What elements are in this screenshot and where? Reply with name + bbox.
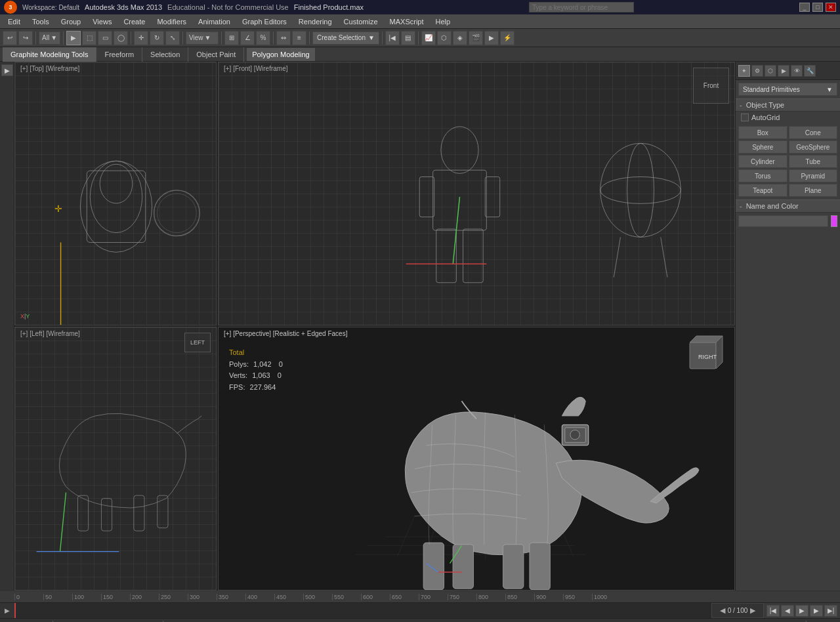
tick-400: 400 bbox=[245, 594, 274, 600]
right-panel: ✦ ⚙ ⬡ ▶ 👁 🔧 Standard Primitives ▼ - Obje… bbox=[735, 62, 840, 591]
teapot-button[interactable]: Teapot bbox=[738, 184, 788, 197]
modify-icon[interactable]: ⚙ bbox=[751, 65, 763, 77]
minimize-button[interactable]: _ bbox=[799, 3, 810, 12]
nav-cube-perspective[interactable]: RIGHT bbox=[686, 333, 729, 377]
align-tool[interactable]: ≡ bbox=[292, 31, 306, 45]
prev-frame-button[interactable]: ◀ bbox=[781, 605, 794, 617]
keyword-search-input[interactable] bbox=[529, 2, 634, 12]
sphere-button[interactable]: Sphere bbox=[738, 140, 788, 154]
display-icon[interactable]: 👁 bbox=[791, 65, 803, 77]
menu-bar: Edit Tools Group Views Create Modifiers … bbox=[0, 14, 840, 29]
cone-button[interactable]: Cone bbox=[789, 126, 838, 139]
rectangular-select[interactable]: ▭ bbox=[98, 31, 112, 45]
menu-graph-editors[interactable]: Graph Editors bbox=[237, 16, 292, 27]
material-editor[interactable]: ◈ bbox=[453, 31, 467, 45]
menu-rendering[interactable]: Rendering bbox=[293, 16, 337, 27]
dropdown-arrow-icon: ▼ bbox=[826, 86, 833, 93]
object-name-input[interactable] bbox=[738, 215, 828, 227]
lasso-select[interactable]: ◯ bbox=[114, 31, 128, 45]
play-button[interactable]: ▶ bbox=[795, 605, 808, 617]
named-sel-sets[interactable]: |◀ bbox=[385, 31, 400, 45]
left-panel-btn-1[interactable]: ▶ bbox=[1, 64, 13, 76]
menu-create[interactable]: Create bbox=[118, 16, 150, 27]
view-dropdown[interactable]: View ▼ bbox=[186, 31, 219, 45]
menu-animation[interactable]: Animation bbox=[193, 16, 236, 27]
undo-button[interactable]: ↩ bbox=[3, 31, 17, 45]
menu-group[interactable]: Group bbox=[56, 16, 87, 27]
motion-icon[interactable]: ▶ bbox=[778, 65, 789, 77]
stats-polys-value: 1,042 bbox=[253, 360, 272, 368]
ruler-area: 0 50 100 150 200 250 300 350 400 450 500… bbox=[0, 591, 840, 602]
pyramid-button[interactable]: Pyramid bbox=[789, 169, 838, 182]
box-button[interactable]: Box bbox=[738, 126, 788, 139]
name-color-collapse[interactable]: - bbox=[740, 202, 742, 210]
svg-point-15 bbox=[600, 176, 681, 203]
percent-snap[interactable]: % bbox=[256, 31, 270, 45]
hierarchy-icon[interactable]: ⬡ bbox=[765, 65, 776, 77]
stats-fps-row: FPS: 227.964 bbox=[229, 382, 283, 394]
svg-point-8 bbox=[441, 127, 478, 173]
timeline-toggle[interactable]: ▶ bbox=[0, 603, 14, 618]
curve-editor[interactable]: 📈 bbox=[421, 31, 436, 45]
tab-graphite-modeling[interactable]: Graphite Modeling Tools bbox=[3, 47, 96, 62]
tick-700: 700 bbox=[419, 594, 448, 600]
tab-object-paint[interactable]: Object Paint bbox=[188, 47, 244, 62]
cylinder-button[interactable]: Cylinder bbox=[738, 155, 788, 168]
color-swatch[interactable] bbox=[831, 215, 837, 227]
svg-rect-22 bbox=[101, 499, 112, 531]
object-type-collapse[interactable]: - bbox=[740, 101, 742, 109]
toolbar-sep-4 bbox=[182, 31, 183, 45]
nav-cube-front[interactable]: Front bbox=[693, 68, 729, 104]
quick-render[interactable]: ⚡ bbox=[500, 31, 514, 45]
angle-snap[interactable]: ∠ bbox=[240, 31, 255, 45]
select-region-tool[interactable]: ⬚ bbox=[82, 31, 96, 45]
create-icon[interactable]: ✦ bbox=[738, 65, 750, 77]
viewport-perspective[interactable]: [+] [Perspective] [Realistic + Edged Fac… bbox=[218, 327, 735, 591]
menu-edit[interactable]: Edit bbox=[3, 16, 26, 27]
torus-button[interactable]: Torus bbox=[738, 169, 788, 182]
next-frame-button[interactable]: ▶ bbox=[810, 605, 823, 617]
render-frame[interactable]: ▶ bbox=[484, 31, 499, 45]
menu-tools[interactable]: Tools bbox=[27, 16, 54, 27]
render-setup[interactable]: 🎬 bbox=[469, 31, 483, 45]
rotate-tool[interactable]: ↻ bbox=[150, 31, 164, 45]
menu-views[interactable]: Views bbox=[87, 16, 117, 27]
tick-450: 450 bbox=[274, 594, 303, 600]
toolbar-sep-6 bbox=[273, 31, 274, 45]
menu-customize[interactable]: Customize bbox=[339, 16, 383, 27]
move-tool[interactable]: ✛ bbox=[134, 31, 148, 45]
viewport-front[interactable]: [+] [Front] [Wireframe] bbox=[218, 62, 735, 325]
redo-button[interactable]: ↪ bbox=[18, 31, 33, 45]
tube-button[interactable]: Tube bbox=[789, 155, 838, 168]
geosphere-button[interactable]: GeoSphere bbox=[789, 140, 838, 154]
layer-manager[interactable]: ▤ bbox=[401, 31, 415, 45]
stats-verts-value: 1,063 bbox=[252, 371, 270, 379]
primitives-dropdown[interactable]: Standard Primitives ▼ bbox=[738, 83, 837, 96]
go-end-button[interactable]: ▶| bbox=[824, 605, 837, 617]
frame-prev-btn[interactable]: ◀ bbox=[720, 606, 725, 615]
select-tool[interactable]: ▶ bbox=[66, 31, 81, 45]
utilities-icon[interactable]: 🔧 bbox=[804, 65, 816, 77]
close-button[interactable]: ✕ bbox=[826, 3, 836, 12]
menu-maxscript[interactable]: MAXScript bbox=[385, 16, 429, 27]
autogrid-checkbox[interactable] bbox=[741, 114, 749, 121]
maximize-button[interactable]: □ bbox=[812, 3, 823, 12]
timeline-track[interactable] bbox=[14, 603, 711, 618]
mirror-tool[interactable]: ⇔ bbox=[276, 31, 291, 45]
schematic-view[interactable]: ⬡ bbox=[437, 31, 452, 45]
plane-button[interactable]: Plane bbox=[789, 184, 838, 197]
selection-filter-dropdown[interactable]: All ▼ bbox=[39, 31, 60, 45]
frame-next-btn[interactable]: ▶ bbox=[750, 606, 755, 615]
menu-help[interactable]: Help bbox=[430, 16, 456, 27]
tab-selection[interactable]: Selection bbox=[142, 47, 188, 62]
nav-gizmo-left[interactable]: LEFT bbox=[184, 333, 211, 352]
viewport-left[interactable]: [+] [Left] [Wireframe] LEFT bbox=[14, 327, 217, 591]
snap-toggle[interactable]: ⊞ bbox=[224, 31, 239, 45]
scale-tool[interactable]: ⤡ bbox=[165, 31, 180, 45]
viewport-top[interactable]: [+] [Top] [Wireframe] ✛ X|Y bbox=[14, 62, 217, 325]
go-start-button[interactable]: |◀ bbox=[766, 605, 780, 617]
menu-modifiers[interactable]: Modifiers bbox=[152, 16, 192, 27]
tick-50: 50 bbox=[43, 594, 72, 600]
tab-freeform[interactable]: Freeform bbox=[96, 47, 142, 62]
create-selection-button[interactable]: Create Selection ▼ bbox=[312, 31, 379, 45]
